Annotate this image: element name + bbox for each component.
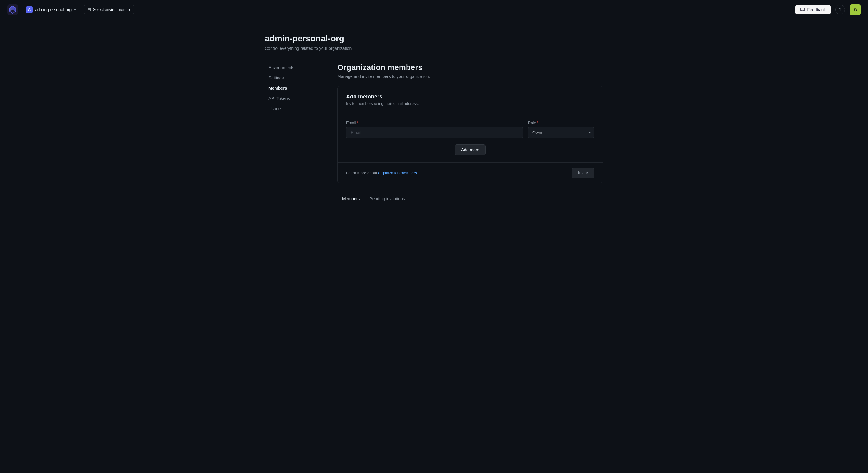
page-subtitle: Control everything related to your organ… [265,46,603,51]
sidebar-item-settings[interactable]: Settings [265,73,325,83]
sidebar-item-members[interactable]: Members [265,83,325,93]
app-logo[interactable] [7,4,18,15]
tabs-row: Members Pending invitations [337,193,603,206]
env-selector-button[interactable]: ⊞ Select environment ▾ [84,5,134,14]
role-required-star: * [537,121,538,125]
org-selector[interactable]: A admin-personal-org ▾ [23,4,79,15]
sidebar: Environments Settings Members API Tokens… [265,63,325,114]
sidebar-item-usage[interactable]: Usage [265,104,325,114]
email-form-group: Email * [346,121,523,138]
role-select-wrapper: Owner Member Viewer ▾ [528,127,594,138]
env-chevron-icon: ▾ [128,7,130,12]
content-layout: Environments Settings Members API Tokens… [265,63,603,206]
feedback-button[interactable]: Feedback [795,5,831,14]
env-selector-icon: ⊞ [88,7,91,12]
feedback-icon [800,7,805,12]
org-chevron-icon: ▾ [74,7,76,12]
email-required-star: * [357,121,358,125]
env-selector-label: Select environment [93,7,126,12]
org-avatar: A [26,6,33,13]
main-content: Organization members Manage and invite m… [337,63,603,206]
card-header-title: Add members [346,94,594,100]
section-title: Organization members [337,63,603,72]
invite-button[interactable]: Invite [572,168,594,178]
sidebar-item-api-tokens[interactable]: API Tokens [265,94,325,103]
role-label: Role * [528,121,594,125]
org-members-link[interactable]: organization members [378,171,417,175]
user-avatar[interactable]: A [850,4,861,15]
role-form-group: Role * Owner Member Viewer ▾ [528,121,594,138]
card-header: Add members Invite members using their e… [338,86,603,113]
email-label: Email * [346,121,523,125]
sidebar-item-environments[interactable]: Environments [265,63,325,72]
role-select[interactable]: Owner Member Viewer [528,127,594,138]
page-container: admin-personal-org Control everything re… [253,19,615,220]
card-body: Email * Role * [338,113,603,162]
tab-members[interactable]: Members [337,193,365,206]
page-title: admin-personal-org [265,34,603,43]
org-name-label: admin-personal-org [35,7,71,12]
help-button[interactable]: ? [835,5,845,14]
add-more-button[interactable]: Add more [455,145,486,155]
section-subtitle: Manage and invite members to your organi… [337,74,603,79]
form-row: Email * Role * [346,121,594,138]
top-navigation: A admin-personal-org ▾ ⊞ Select environm… [0,0,868,19]
email-input[interactable] [346,127,523,138]
card-header-desc: Invite members using their email address… [346,101,594,106]
tab-pending-invitations[interactable]: Pending invitations [365,193,410,206]
add-members-card: Add members Invite members using their e… [337,86,603,183]
footer-text: Learn more about organization members [346,171,417,175]
page-header: admin-personal-org Control everything re… [265,34,603,51]
card-footer: Learn more about organization members In… [338,162,603,183]
